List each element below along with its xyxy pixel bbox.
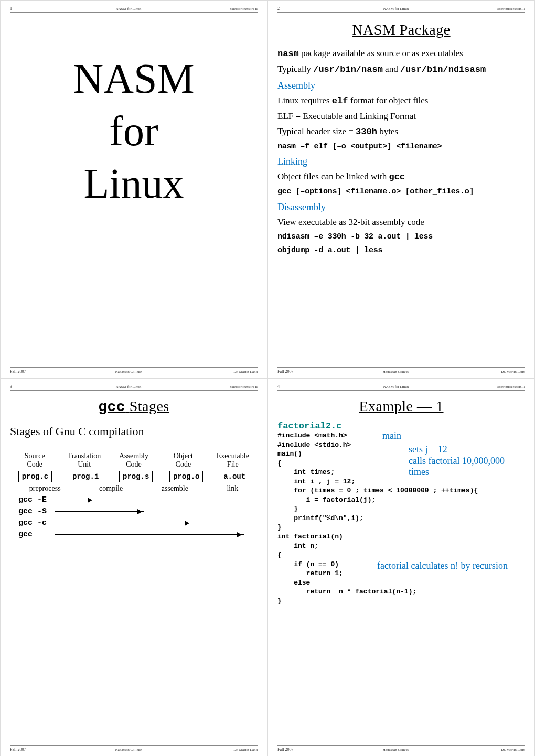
note-calls: calls factorial 10,000,000 times — [409, 456, 525, 478]
slide1-body: NASM for Linux — [10, 16, 258, 367]
slide3-body: gcc Stages Stages of Gnu C compilation S… — [10, 394, 258, 745]
footer-center: Hadassah College — [52, 370, 205, 374]
op: compile — [99, 484, 123, 493]
txt: and — [383, 64, 400, 74]
txt: Object files can be linked with — [277, 171, 389, 181]
footer-center: Hadassah College — [319, 370, 473, 374]
header: 1 NASM for Linux Microprocessors II — [10, 6, 258, 13]
footer-right: Dr. Martin Land — [473, 370, 525, 374]
txt: 330h — [356, 127, 377, 137]
footer-left: Fall 2007 — [10, 369, 52, 374]
txt: Typically — [277, 64, 313, 74]
header: 2 NASM for Linux Microprocessors II — [277, 6, 525, 13]
document: 1 NASM for Linux Microprocessors II NASM… — [0, 0, 535, 756]
arrow-icon — [55, 500, 94, 500]
txt: gcc — [389, 172, 405, 182]
txt: /usr/bin/ndisasm — [400, 64, 486, 74]
header: 3 NASM for Linux Microprocessors II — [10, 384, 258, 391]
file-box: prog.s — [119, 471, 153, 482]
txt: elf — [332, 96, 348, 106]
op: link — [227, 484, 238, 493]
slide4-body: Example — 1 factorial2.c #include <math.… — [277, 394, 525, 745]
file-box: prog.i — [69, 471, 102, 482]
cmd-objdump: objdump -d a.out | less — [277, 245, 525, 256]
header-center: NASM for Linux — [52, 385, 205, 389]
note-fact: factorial calculates n! by recursion — [377, 560, 508, 571]
slide-1: 1 NASM for Linux Microprocessors II NASM… — [0, 1, 268, 379]
header-center: NASM for Linux — [319, 7, 473, 11]
cmd-ndisasm: ndisasm –e 330h -b 32 a.out | less — [277, 232, 525, 242]
arrow-icon — [55, 534, 244, 535]
cmd-gcc: gcc [–options] <filename.o> [other_files… — [277, 187, 525, 197]
txt: ELF = Executable and Linking Format — [277, 111, 525, 123]
gcc-label: gcc -c — [18, 519, 55, 527]
header-right: Microprocessors II — [473, 385, 525, 389]
page-number: 1 — [10, 6, 52, 11]
page-number: 4 — [277, 384, 319, 389]
title-line-1: NASM — [10, 52, 258, 105]
txt: View executable as 32-bit assembly code — [277, 217, 525, 229]
footer-left: Fall 2007 — [277, 369, 319, 374]
file-box: prog.c — [18, 471, 52, 482]
gcc-E-row: gcc -E — [18, 495, 258, 504]
footer: Fall 2007 Hadassah College Dr. Martin La… — [277, 745, 525, 752]
txt: Linux requires — [277, 95, 332, 105]
footer-right: Dr. Martin Land — [205, 370, 258, 374]
footer-left: Fall 2007 — [10, 747, 52, 752]
txt: package available as source or as execut… — [299, 48, 463, 58]
file-boxes: prog.c prog.i prog.s prog.o a.out — [10, 471, 258, 482]
slide-title: gcc Stages — [10, 398, 258, 415]
gcc-c-row: gcc -c — [18, 519, 258, 527]
file-box: a.out — [220, 471, 249, 482]
title-line-2: for — [10, 105, 258, 157]
txt: /usr/bin/nasm — [313, 64, 383, 74]
slide-2: 2 NASM for Linux Microprocessors II NASM… — [268, 1, 535, 379]
op-labels: preprocess compile assemble link — [10, 484, 258, 493]
slide-4: 4 NASM for Linux Microprocessors II Exam… — [268, 379, 535, 756]
stage: Object Code — [162, 452, 204, 469]
header-center: NASM for Linux — [52, 7, 205, 11]
arrow-icon — [55, 523, 191, 523]
footer-center: Hadassah College — [319, 748, 473, 752]
footer-left: Fall 2007 — [277, 747, 319, 752]
page-number: 3 — [10, 384, 52, 389]
gcc-label: gcc -E — [18, 495, 55, 504]
slide2-body: NASM Package nasm package available as s… — [277, 16, 525, 367]
footer: Fall 2007 Hadassah College Dr. Martin La… — [10, 745, 258, 752]
title-line-3: Linux — [10, 157, 258, 210]
gcc-label: gcc — [18, 530, 55, 539]
header-right: Microprocessors II — [473, 7, 525, 11]
stage: Assembly Code — [113, 452, 155, 469]
filename: factorial2.c — [277, 421, 525, 431]
page-number: 2 — [277, 6, 319, 11]
txt: format for object files — [348, 95, 428, 105]
footer-right: Dr. Martin Land — [473, 748, 525, 752]
txt: bytes — [377, 126, 398, 136]
subtitle: Stages of Gnu C compilation — [10, 425, 258, 438]
note-set: sets j = 12 — [409, 444, 447, 455]
stage: Translation Unit — [63, 452, 105, 469]
footer-center: Hadassah College — [52, 748, 205, 752]
stage: Source Code — [14, 452, 56, 469]
footer-right: Dr. Martin Land — [205, 748, 258, 752]
slide-title: Example — 1 — [277, 398, 525, 415]
gcc-S-row: gcc -S — [18, 507, 258, 516]
file-box: prog.o — [169, 471, 203, 482]
arrow-icon — [55, 511, 144, 512]
footer: Fall 2007 Hadassah College Dr. Martin La… — [277, 367, 525, 374]
gcc-label: gcc -S — [18, 507, 55, 516]
header: 4 NASM for Linux Microprocessors II — [277, 384, 525, 391]
op: preprocess — [29, 484, 61, 493]
main-title: NASM for Linux — [10, 52, 258, 210]
slide-title: NASM Package — [277, 20, 525, 40]
gcc-row: gcc — [18, 530, 258, 539]
footer: Fall 2007 Hadassah College Dr. Martin La… — [10, 367, 258, 374]
cmd-nasm: nasm –f elf [–o <output>] <filename> — [277, 142, 525, 152]
txt: Typical header size = — [277, 126, 356, 136]
txt: nasm — [277, 49, 299, 59]
op: assemble — [162, 484, 188, 493]
note-main: main — [382, 430, 401, 441]
stage: Executable File — [212, 452, 254, 469]
header-right: Microprocessors II — [205, 7, 258, 11]
slide-3: 3 NASM for Linux Microprocessors II gcc … — [0, 379, 268, 756]
